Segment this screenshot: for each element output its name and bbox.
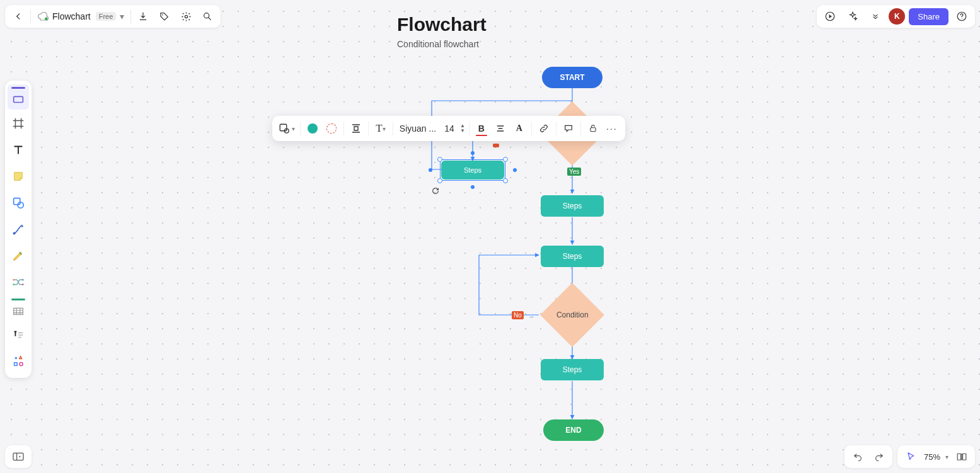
tool-more-shapes[interactable] bbox=[8, 349, 29, 374]
text-style-button[interactable]: T ▾ bbox=[371, 118, 390, 139]
plan-badge: Free bbox=[96, 12, 117, 21]
svg-point-11 bbox=[18, 202, 23, 208]
shape-style-button[interactable]: ▾ bbox=[276, 118, 297, 139]
tool-pen[interactable] bbox=[8, 243, 29, 268]
node-start[interactable]: START bbox=[542, 67, 602, 88]
share-button[interactable]: Share bbox=[909, 8, 948, 25]
undo-icon bbox=[852, 452, 863, 462]
connectors-layer bbox=[0, 0, 980, 473]
node-start-label: START bbox=[560, 73, 584, 82]
download-button[interactable] bbox=[132, 6, 154, 27]
play-circle-icon bbox=[824, 11, 836, 22]
help-button[interactable] bbox=[952, 7, 971, 26]
label-yes-1: Yes bbox=[567, 168, 581, 176]
svg-point-6 bbox=[204, 13, 209, 18]
cursor-mode-button[interactable] bbox=[900, 446, 921, 467]
node-steps-3[interactable]: Steps bbox=[541, 246, 604, 267]
header-right: K Share bbox=[817, 5, 975, 28]
tool-mindmap[interactable] bbox=[8, 270, 29, 295]
svg-point-14 bbox=[13, 283, 14, 285]
node-condition-2[interactable]: Condition bbox=[540, 283, 604, 347]
tool-select[interactable] bbox=[8, 84, 29, 110]
cloud-sync-icon bbox=[37, 12, 49, 21]
ai-button[interactable] bbox=[843, 7, 862, 26]
svg-rect-18 bbox=[14, 363, 18, 366]
tool-frame[interactable] bbox=[8, 111, 29, 136]
comment-button[interactable] bbox=[559, 118, 578, 139]
fill-swatch-icon bbox=[308, 123, 318, 134]
text-align-button[interactable] bbox=[491, 118, 510, 139]
present-button[interactable] bbox=[821, 7, 839, 26]
node-end[interactable]: END bbox=[543, 419, 604, 441]
connection-point-right[interactable] bbox=[513, 168, 517, 172]
font-family-select[interactable]: Siyuan ... bbox=[396, 118, 440, 139]
svg-point-13 bbox=[13, 279, 14, 281]
svg-point-5 bbox=[185, 15, 187, 18]
font-size-stepper[interactable]: ▲▼ bbox=[459, 123, 466, 134]
svg-point-3 bbox=[45, 18, 48, 21]
panel-icon bbox=[12, 452, 25, 462]
undo-button[interactable] bbox=[847, 446, 868, 467]
sparkle-icon bbox=[847, 11, 858, 22]
svg-rect-2 bbox=[591, 128, 596, 132]
node-steps-2[interactable]: Steps bbox=[541, 195, 604, 217]
search-button[interactable] bbox=[197, 6, 218, 27]
connection-point-left[interactable] bbox=[429, 168, 432, 172]
tool-sticky-note[interactable] bbox=[8, 164, 29, 189]
settings-button[interactable] bbox=[175, 6, 197, 27]
document-title-block[interactable]: Flowchart Conditional flowchart bbox=[397, 14, 487, 49]
node-steps-4-label: Steps bbox=[563, 365, 582, 374]
back-button[interactable] bbox=[8, 6, 29, 27]
canvas[interactable]: Flowchart Conditional flowchart START Ye… bbox=[0, 0, 980, 473]
tool-text[interactable] bbox=[8, 137, 29, 162]
label-no-1 bbox=[493, 144, 499, 147]
document-subtitle[interactable]: Conditional flowchart bbox=[397, 39, 487, 49]
double-chevron-down-icon bbox=[871, 12, 880, 21]
svg-point-19 bbox=[20, 363, 23, 366]
bold-button[interactable]: B bbox=[472, 118, 491, 139]
tag-button[interactable] bbox=[154, 6, 175, 27]
svg-rect-20 bbox=[13, 453, 23, 460]
redo-button[interactable] bbox=[868, 446, 890, 467]
zoom-level[interactable]: 75% bbox=[921, 452, 943, 462]
chevron-down-icon: ▾ bbox=[292, 125, 295, 132]
text-color-button[interactable]: A bbox=[510, 118, 529, 139]
connection-point-top[interactable] bbox=[471, 151, 475, 155]
format-toolbar[interactable]: ▾ T ▾ Siyuan ... 14 ▲▼ B A ··· bbox=[272, 116, 625, 141]
chevron-left-icon bbox=[14, 12, 23, 21]
no-border-swatch-icon bbox=[326, 123, 337, 134]
toggle-panel-button[interactable] bbox=[5, 445, 32, 468]
document-title[interactable]: Flowchart bbox=[397, 14, 487, 35]
rotate-handle[interactable] bbox=[431, 186, 440, 195]
tool-connector[interactable] bbox=[8, 217, 29, 242]
selection-box bbox=[440, 159, 505, 181]
search-icon bbox=[202, 11, 212, 21]
node-end-label: END bbox=[565, 426, 581, 435]
connection-point-bottom[interactable] bbox=[471, 185, 475, 189]
border-color-button[interactable] bbox=[322, 118, 341, 139]
node-steps-2-label: Steps bbox=[563, 202, 582, 210]
label-no-2: No bbox=[512, 311, 524, 319]
user-avatar[interactable]: K bbox=[889, 8, 905, 25]
tool-shapes[interactable] bbox=[8, 190, 29, 215]
chevron-down-icon[interactable]: ▾ bbox=[943, 453, 951, 460]
chevron-down-icon: ▾ bbox=[120, 11, 124, 21]
fill-color-button[interactable] bbox=[303, 118, 322, 139]
font-size-input[interactable]: 14 bbox=[440, 118, 459, 139]
svg-point-12 bbox=[13, 232, 16, 234]
minimap-button[interactable] bbox=[951, 446, 972, 467]
more-menu-button[interactable] bbox=[866, 7, 885, 26]
node-steps-4[interactable]: Steps bbox=[541, 359, 604, 380]
more-button[interactable]: ··· bbox=[602, 118, 621, 139]
document-menu[interactable]: Flowchart Free ▾ bbox=[32, 11, 129, 21]
tool-text-block[interactable] bbox=[8, 322, 29, 348]
svg-point-15 bbox=[22, 279, 24, 281]
left-toolbar bbox=[5, 81, 32, 378]
gear-icon bbox=[181, 11, 192, 22]
tool-table[interactable] bbox=[8, 296, 29, 321]
link-button[interactable] bbox=[534, 118, 553, 139]
svg-rect-0 bbox=[280, 124, 287, 131]
align-distribute-button[interactable] bbox=[347, 118, 366, 139]
svg-rect-17 bbox=[14, 308, 23, 314]
lock-button[interactable] bbox=[584, 118, 602, 139]
